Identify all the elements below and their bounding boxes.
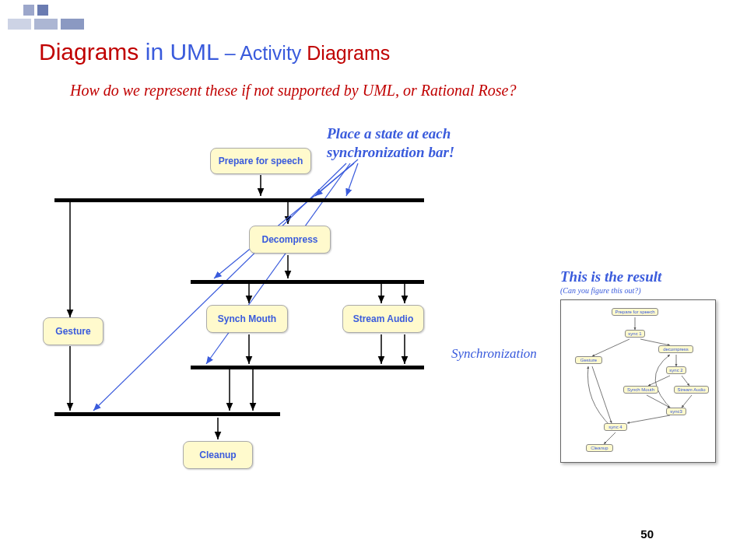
activity-stream-audio: Stream Audio <box>342 305 424 333</box>
svg-line-24 <box>682 376 689 386</box>
result-label: This is the result <box>560 268 661 285</box>
svg-line-28 <box>592 366 612 423</box>
title-part1: Diagrams <box>39 39 139 65</box>
thumb-arrows <box>561 300 717 464</box>
result-thumbnail: Prepare for speech sync 1 decompress Ges… <box>560 299 716 463</box>
activity-cleanup: Cleanup <box>183 441 253 469</box>
svg-line-20 <box>592 339 630 356</box>
activity-synch-mouth: Synch Mouth <box>206 305 288 333</box>
sync-bar-1 <box>54 198 424 202</box>
sync-bar-2 <box>191 280 424 284</box>
thumb-stream-audio: Stream Audio <box>674 386 709 394</box>
title-part2: in UML <box>139 39 219 65</box>
thumb-cleanup: Cleanup <box>586 444 613 452</box>
svg-line-27 <box>627 415 670 423</box>
svg-line-26 <box>682 395 692 408</box>
thumb-gesture: Gesture <box>575 356 602 364</box>
sync-bar-3 <box>191 366 424 369</box>
svg-line-25 <box>647 395 670 408</box>
result-sub: (Can you figure this out?) <box>560 286 641 295</box>
thumb-sync1: sync 1 <box>625 330 645 338</box>
title-part3: – Activity <box>219 42 302 64</box>
title-part4: Diagrams <box>301 42 390 64</box>
svg-line-17 <box>206 163 350 364</box>
corner-decoration <box>0 0 93 31</box>
activity-decompress: Decompress <box>249 226 331 254</box>
svg-line-23 <box>648 376 670 386</box>
svg-line-21 <box>640 339 670 345</box>
page-number: 50 <box>640 527 654 541</box>
thumb-synch-mouth: Synch Mouth <box>623 386 658 394</box>
svg-line-16 <box>214 163 354 278</box>
sync-bar-4 <box>54 412 280 416</box>
slide-title: Diagrams in UML – Activity Diagrams <box>39 39 390 65</box>
thumb-prepare: Prepare for speech <box>612 308 658 316</box>
thumb-sync3: sync3 <box>666 408 686 415</box>
thumb-sync2: sync 2 <box>666 366 686 374</box>
thumb-sync4: sync 4 <box>604 423 627 431</box>
activity-diagram: Prepare for speech Decompress Gesture Sy… <box>31 132 514 506</box>
activity-gesture: Gesture <box>43 317 103 345</box>
slide-subtitle: How do we represent these if not support… <box>70 82 516 100</box>
activity-prepare: Prepare for speech <box>210 148 311 174</box>
thumb-decompress: decompress <box>658 345 693 353</box>
svg-line-29 <box>604 432 615 444</box>
